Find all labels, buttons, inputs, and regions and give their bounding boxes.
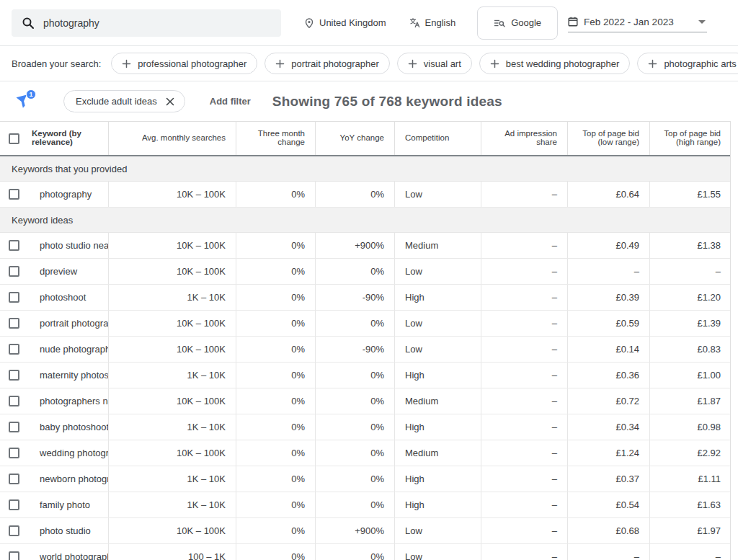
competition-cell: Medium xyxy=(394,233,481,258)
top-of-page-bid-low-cell: £0.59 xyxy=(567,311,649,336)
competition-cell: High xyxy=(394,363,481,388)
table-row[interactable]: photo studio10K – 100K0%+900%Low–£0.68£1… xyxy=(0,518,730,544)
broaden-search-row: Broaden your search: professional photog… xyxy=(0,46,738,81)
table-row[interactable]: dpreview10K – 100K0%0%Low––– xyxy=(0,259,730,285)
ad-impression-share-cell: – xyxy=(481,414,567,440)
three-month-change-cell: 0% xyxy=(236,414,315,440)
column-header-avg-monthly-searches[interactable]: Avg. monthly searches xyxy=(108,122,236,155)
top-of-page-bid-low-cell: £0.36 xyxy=(567,363,649,388)
row-checkbox-cell xyxy=(0,363,29,388)
row-checkbox[interactable] xyxy=(9,448,19,458)
translate-icon xyxy=(409,17,420,28)
top-of-page-bid-low-cell: £0.34 xyxy=(567,414,649,440)
table-row[interactable]: maternity photosho...1K – 10K0%0%High–£0… xyxy=(0,363,730,388)
competition-cell: Low xyxy=(394,337,481,362)
keyword-cell: portrait photography xyxy=(29,311,108,336)
close-icon[interactable] xyxy=(166,97,174,106)
row-checkbox[interactable] xyxy=(9,292,19,303)
ad-impression-share-cell: – xyxy=(481,233,567,258)
row-checkbox[interactable] xyxy=(9,318,19,329)
top-of-page-bid-low-cell: £0.64 xyxy=(567,182,649,207)
row-checkbox[interactable] xyxy=(9,499,19,510)
three-month-change-cell: 0% xyxy=(236,388,315,414)
table-row[interactable]: portrait photography10K – 100K0%0%Low–£0… xyxy=(0,311,730,337)
ad-impression-share-cell: – xyxy=(481,440,567,466)
add-filter-button[interactable]: Add filter xyxy=(210,96,251,107)
top-of-page-bid-high-cell: £1.55 xyxy=(649,182,731,207)
row-checkbox[interactable] xyxy=(9,344,19,355)
competition-cell: High xyxy=(394,414,481,440)
date-range-selector[interactable]: Feb 2022 - Jan 2023 xyxy=(568,14,707,32)
competition-cell: Low xyxy=(394,544,481,560)
keyword-ideas-table: Keyword (by relevance)Avg. monthly searc… xyxy=(0,121,731,560)
language-selector[interactable]: English xyxy=(409,17,456,28)
row-checkbox-cell xyxy=(0,414,29,440)
column-header-competition[interactable]: Competition xyxy=(394,122,481,155)
row-checkbox-cell xyxy=(0,518,29,543)
row-checkbox[interactable] xyxy=(9,422,19,432)
column-header-top-of-page-bid-high[interactable]: Top of page bid (high range) xyxy=(649,122,731,155)
table-row[interactable]: baby photoshoot1K – 10K0%0%High–£0.34£0.… xyxy=(0,414,730,440)
ad-impression-share-cell: – xyxy=(481,337,567,362)
competition-cell: Medium xyxy=(394,440,481,466)
row-checkbox[interactable] xyxy=(9,370,19,381)
three-month-change-cell: 0% xyxy=(236,440,315,466)
three-month-change-cell: 0% xyxy=(236,466,315,492)
network-selector[interactable]: Google xyxy=(477,6,558,40)
row-checkbox[interactable] xyxy=(9,396,19,406)
broaden-chip[interactable]: professional photographer xyxy=(111,53,257,74)
table-row[interactable]: photoshoot1K – 10K0%-90%High–£0.39£1.20 xyxy=(0,285,730,311)
column-header-keyword[interactable]: Keyword (by relevance) xyxy=(29,122,108,155)
yoy-change-cell: 0% xyxy=(315,388,394,414)
top-of-page-bid-low-cell: £0.14 xyxy=(567,337,649,362)
three-month-change-cell: 0% xyxy=(236,544,315,560)
column-header-ad-impression-share[interactable]: Ad impression share xyxy=(481,122,567,155)
table-row[interactable]: photography10K – 100K0%0%Low–£0.64£1.55 xyxy=(0,182,730,208)
row-checkbox[interactable] xyxy=(9,266,19,277)
column-header-yoy-change[interactable]: YoY change xyxy=(315,122,394,155)
row-checkbox[interactable] xyxy=(9,474,19,484)
plus-icon xyxy=(122,59,131,68)
competition-cell: Low xyxy=(394,182,481,207)
column-header-three-month-change[interactable]: Three month change xyxy=(236,122,315,155)
column-header-top-of-page-bid-low[interactable]: Top of page bid (low range) xyxy=(567,122,649,155)
keyword-search-input[interactable]: photography xyxy=(12,9,281,37)
top-of-page-bid-high-cell: £1.87 xyxy=(649,388,731,414)
broaden-chip[interactable]: photographic arts xyxy=(637,53,738,74)
row-checkbox[interactable] xyxy=(9,551,19,560)
table-row[interactable]: photographers near...10K – 100K0%0%Mediu… xyxy=(0,388,730,414)
broaden-search-label: Broaden your search: xyxy=(12,58,101,69)
table-row[interactable]: photo studio near me10K – 100K0%+900%Med… xyxy=(0,233,730,259)
table-row[interactable]: newborn photograp...1K – 10K0%0%High–£0.… xyxy=(0,466,730,492)
row-checkbox[interactable] xyxy=(9,189,19,200)
search-input-value: photography xyxy=(43,17,99,29)
table-row[interactable]: nude photography10K – 100K0%-90%Low–£0.1… xyxy=(0,337,730,363)
top-of-page-bid-high-cell: £1.39 xyxy=(649,311,731,336)
location-selector[interactable]: United Kingdom xyxy=(304,17,386,28)
row-checkbox-cell xyxy=(0,233,29,258)
avg-monthly-searches-cell: 10K – 100K xyxy=(108,311,236,336)
broaden-chip[interactable]: best wedding photographer xyxy=(479,53,631,74)
row-checkbox-cell xyxy=(0,466,29,492)
broaden-chip-label: photographic arts xyxy=(664,58,736,69)
exclude-adult-ideas-chip[interactable]: Exclude adult ideas xyxy=(63,90,185,112)
top-of-page-bid-low-cell: £0.39 xyxy=(567,285,649,310)
section-header: Keywords that you provided xyxy=(0,156,730,182)
broaden-chip[interactable]: visual art xyxy=(397,53,472,74)
calendar-icon xyxy=(568,17,578,27)
table-row[interactable]: family photo1K – 10K0%0%High–£0.54£1.63 xyxy=(0,492,730,518)
yoy-change-cell: 0% xyxy=(315,440,394,466)
competition-cell: Low xyxy=(394,311,481,336)
keyword-planner-page: photography United Kingdom English Googl… xyxy=(0,0,738,560)
broaden-chip[interactable]: portrait photographer xyxy=(264,53,389,74)
row-checkbox[interactable] xyxy=(9,525,19,536)
select-all-checkbox[interactable] xyxy=(9,133,19,144)
top-of-page-bid-high-cell: £1.38 xyxy=(649,233,731,258)
table-row[interactable]: world photography ...100 – 1K0%0%Low––– xyxy=(0,544,730,560)
filter-button[interactable]: 1 xyxy=(14,92,33,111)
yoy-change-cell: 0% xyxy=(315,182,394,207)
yoy-change-cell: -90% xyxy=(315,337,394,362)
broaden-chip-label: portrait photographer xyxy=(291,58,378,69)
table-row[interactable]: wedding photograp...10K – 100K0%0%Medium… xyxy=(0,440,730,466)
row-checkbox[interactable] xyxy=(9,240,19,251)
